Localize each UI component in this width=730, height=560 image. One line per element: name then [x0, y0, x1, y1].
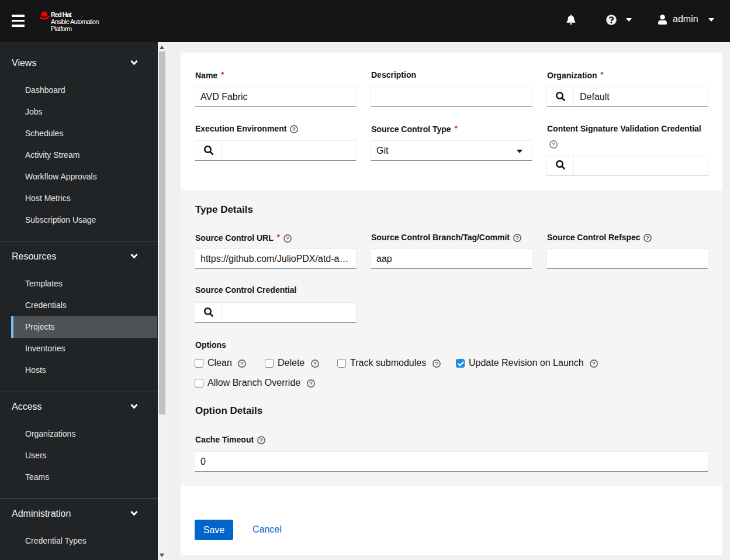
- svg-text:?: ?: [286, 235, 289, 241]
- svg-text:?: ?: [592, 360, 596, 367]
- svg-text:?: ?: [313, 360, 317, 367]
- svg-text:?: ?: [435, 360, 438, 367]
- svg-text:?: ?: [260, 437, 263, 443]
- svg-text:?: ?: [646, 234, 650, 241]
- svg-text:?: ?: [552, 141, 555, 147]
- svg-text:?: ?: [516, 234, 519, 241]
- svg-text:?: ?: [292, 126, 296, 132]
- svg-text:?: ?: [309, 380, 313, 386]
- svg-text:?: ?: [240, 360, 244, 367]
